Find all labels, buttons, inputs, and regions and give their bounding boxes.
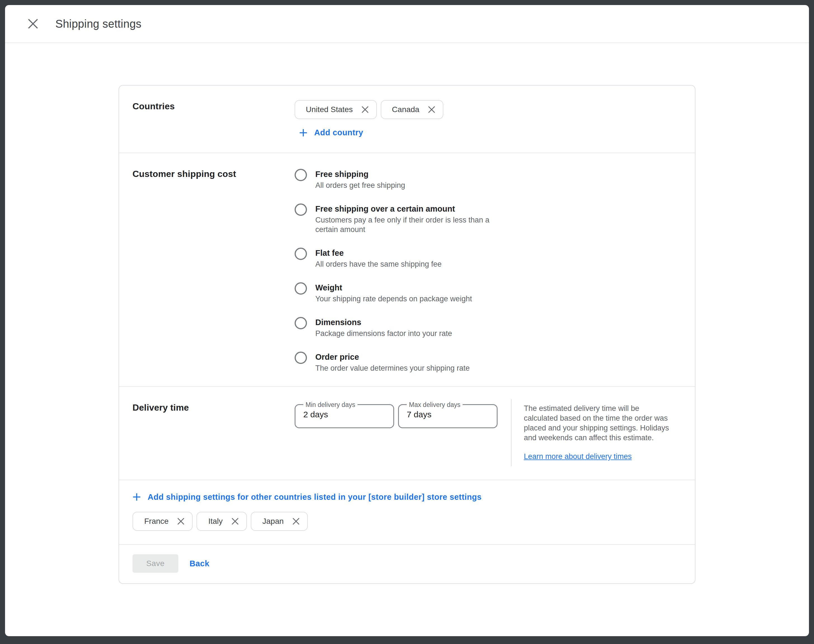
option-free-over-amount[interactable]: Free shipping over a certain amount Cust…	[294, 204, 682, 234]
chip-remove-icon[interactable]	[231, 517, 239, 526]
add-other-countries-label: Add shipping settings for other countrie…	[147, 492, 481, 502]
option-desc: Customers pay a fee only if their order …	[315, 215, 495, 234]
section-countries: Countries United States Canada	[119, 86, 695, 153]
chip-remove-icon[interactable]	[427, 105, 436, 114]
option-order-price[interactable]: Order price The order value determines y…	[294, 352, 682, 373]
option-title: Free shipping	[315, 169, 405, 179]
chip-remove-icon[interactable]	[176, 517, 185, 526]
vertical-divider	[511, 399, 512, 466]
add-country-label: Add country	[314, 128, 363, 137]
chip-label: France	[144, 517, 169, 526]
chip-label: United States	[306, 105, 353, 114]
shipping-cost-options: Free shipping All orders get free shippi…	[294, 168, 682, 373]
settings-card: Countries United States Canada	[118, 85, 696, 584]
delivery-help-text: The estimated delivery time will be calc…	[524, 404, 669, 442]
chip-canada[interactable]: Canada	[381, 100, 443, 119]
countries-label: Countries	[132, 100, 294, 139]
section-delivery-time: Delivery time Min delivery days Max deli…	[119, 386, 695, 480]
chip-united-states[interactable]: United States	[294, 100, 377, 119]
add-country-button[interactable]: Add country	[299, 128, 363, 137]
max-delivery-days-input[interactable]	[406, 408, 491, 419]
page-title: Shipping settings	[55, 18, 141, 30]
chip-france[interactable]: France	[132, 512, 193, 531]
option-weight[interactable]: Weight Your shipping rate depends on pac…	[294, 282, 682, 304]
option-title: Order price	[315, 352, 470, 362]
chip-label: Japan	[262, 517, 284, 526]
option-title: Free shipping over a certain amount	[315, 204, 495, 214]
chip-remove-icon[interactable]	[291, 517, 300, 526]
section-shipping-cost: Customer shipping cost Free shipping All…	[119, 153, 695, 386]
learn-more-link[interactable]: Learn more about delivery times	[524, 452, 632, 462]
max-delivery-days-field: Max delivery days	[398, 402, 498, 428]
add-other-countries-button[interactable]: Add shipping settings for other countrie…	[132, 492, 481, 502]
min-delivery-days-input[interactable]	[302, 408, 388, 419]
min-delivery-days-field: Min delivery days	[294, 402, 394, 428]
option-title: Dimensions	[315, 317, 452, 328]
option-title: Weight	[315, 282, 472, 293]
plus-icon	[132, 493, 141, 501]
countries-controls: United States Canada	[294, 100, 682, 139]
other-chip-row: France Italy Japan	[132, 512, 682, 531]
shipping-settings-dialog: Shipping settings Countries United State…	[5, 5, 809, 636]
country-chip-row: United States Canada	[294, 100, 682, 119]
chip-italy[interactable]: Italy	[196, 512, 247, 531]
delivery-help: The estimated delivery time will be calc…	[524, 402, 671, 462]
delivery-time-label: Delivery time	[132, 402, 294, 466]
chip-remove-icon[interactable]	[360, 105, 369, 114]
radio-icon[interactable]	[294, 352, 307, 364]
radio-icon[interactable]	[294, 204, 307, 216]
option-flat-fee[interactable]: Flat fee All orders have the same shippi…	[294, 248, 682, 269]
option-desc: All orders get free shipping	[315, 181, 405, 190]
close-button[interactable]	[25, 16, 41, 32]
footer-actions: Save Back	[119, 544, 695, 583]
radio-icon[interactable]	[294, 248, 307, 260]
plus-icon	[299, 129, 308, 137]
min-delivery-days-label: Min delivery days	[303, 402, 357, 408]
dialog-header: Shipping settings	[5, 5, 809, 43]
back-button[interactable]: Back	[190, 559, 209, 568]
option-dimensions[interactable]: Dimensions Package dimensions factor int…	[294, 317, 682, 338]
option-desc: Your shipping rate depends on package we…	[315, 294, 472, 304]
option-free-shipping[interactable]: Free shipping All orders get free shippi…	[294, 169, 682, 190]
radio-icon[interactable]	[294, 282, 307, 294]
option-desc: All orders have the same shipping fee	[315, 259, 441, 269]
chip-label: Italy	[208, 517, 222, 526]
shipping-cost-label: Customer shipping cost	[132, 168, 294, 373]
option-desc: The order value determines your shipping…	[315, 363, 470, 373]
option-desc: Package dimensions factor into your rate	[315, 329, 452, 338]
chip-label: Canada	[392, 105, 419, 114]
delivery-controls: Min delivery days Max delivery days The …	[294, 402, 682, 466]
chip-japan[interactable]: Japan	[251, 512, 308, 531]
option-title: Flat fee	[315, 248, 441, 258]
radio-icon[interactable]	[294, 317, 307, 329]
section-other-countries: Add shipping settings for other countrie…	[119, 480, 695, 544]
close-icon	[28, 18, 38, 29]
radio-icon[interactable]	[294, 169, 307, 181]
save-button[interactable]: Save	[132, 554, 178, 573]
max-delivery-days-label: Max delivery days	[407, 402, 463, 408]
